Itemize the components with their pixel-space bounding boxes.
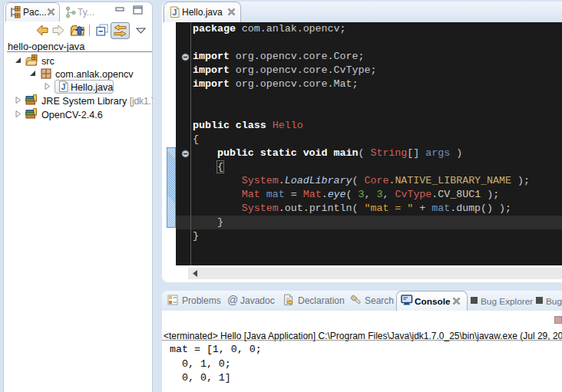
svg-text:J: J <box>173 8 177 17</box>
svg-text:J: J <box>61 82 66 91</box>
